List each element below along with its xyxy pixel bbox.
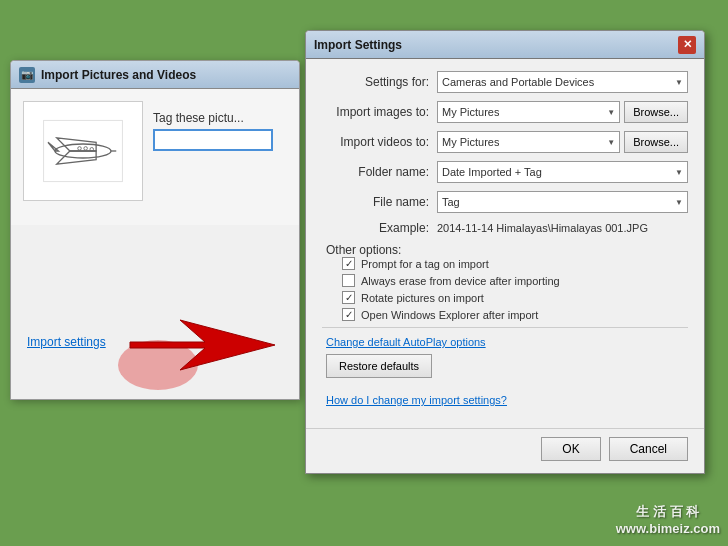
- checkbox-prompt[interactable]: ✓: [342, 257, 355, 270]
- import-videos-value: My Pictures: [442, 136, 499, 148]
- import-images-dropdown[interactable]: My Pictures ▼: [437, 101, 620, 123]
- checkbox-rotate[interactable]: ✓: [342, 291, 355, 304]
- close-button[interactable]: ✕: [678, 36, 696, 54]
- dialog-titlebar: Import Settings ✕: [306, 31, 704, 59]
- cancel-button[interactable]: Cancel: [609, 437, 688, 461]
- dialog-title: Import Settings: [314, 38, 402, 52]
- import-images-row: Import images to: My Pictures ▼ Browse..…: [322, 101, 688, 123]
- how-to-change-link[interactable]: How do I change my import settings?: [326, 394, 688, 406]
- plane-image: [38, 116, 128, 186]
- file-name-value: Tag: [442, 196, 460, 208]
- dialog-body: Settings for: Cameras and Portable Devic…: [306, 59, 704, 424]
- folder-name-arrow: ▼: [675, 168, 683, 177]
- red-arrow: [120, 310, 280, 380]
- import-images-value: My Pictures: [442, 106, 499, 118]
- settings-for-arrow: ▼: [675, 78, 683, 87]
- import-settings-dialog: Import Settings ✕ Settings for: Cameras …: [305, 30, 705, 474]
- folder-name-control: Date Imported + Tag ▼: [437, 161, 688, 183]
- folder-name-label: Folder name:: [322, 165, 437, 179]
- window-icon: 📷: [19, 67, 35, 83]
- thumbnail-area: [23, 101, 143, 201]
- browse-videos-button[interactable]: Browse...: [624, 131, 688, 153]
- bg-window-body: Tag these pictu... Import settings: [11, 89, 299, 225]
- tag-label: Tag these pictu...: [153, 111, 273, 125]
- checkbox-row-1: Always erase from device after importing: [342, 274, 688, 287]
- bg-window-titlebar: 📷 Import Pictures and Videos: [11, 61, 299, 89]
- watermark-line2: www.bimeiz.com: [616, 521, 720, 538]
- checkbox-row-3: ✓ Open Windows Explorer after import: [342, 308, 688, 321]
- file-name-label: File name:: [322, 195, 437, 209]
- file-name-row: File name: Tag ▼: [322, 191, 688, 213]
- checkbox-row-0: ✓ Prompt for a tag on import: [342, 257, 688, 270]
- svg-marker-9: [130, 320, 275, 370]
- settings-for-control: Cameras and Portable Devices ▼: [437, 71, 688, 93]
- tag-input[interactable]: [153, 129, 273, 151]
- import-images-arrow: ▼: [607, 108, 615, 117]
- checkbox-erase[interactable]: [342, 274, 355, 287]
- file-name-arrow: ▼: [675, 198, 683, 207]
- divider: [322, 327, 688, 328]
- checkbox-explorer[interactable]: ✓: [342, 308, 355, 321]
- restore-defaults-button[interactable]: Restore defaults: [326, 354, 432, 378]
- import-images-label: Import images to:: [322, 105, 437, 119]
- settings-for-value: Cameras and Portable Devices: [442, 76, 594, 88]
- checkbox-explorer-label: Open Windows Explorer after import: [361, 309, 538, 321]
- import-videos-label: Import videos to:: [322, 135, 437, 149]
- browse-images-button[interactable]: Browse...: [624, 101, 688, 123]
- watermark-line1: 生 活 百 科: [616, 504, 720, 521]
- example-row: Example: 2014-11-14 Himalayas\Himalayas …: [322, 221, 688, 235]
- dialog-footer: OK Cancel: [306, 428, 704, 473]
- example-value: 2014-11-14 Himalayas\Himalayas 001.JPG: [437, 222, 648, 234]
- settings-for-dropdown[interactable]: Cameras and Portable Devices ▼: [437, 71, 688, 93]
- import-videos-dropdown[interactable]: My Pictures ▼: [437, 131, 620, 153]
- checkbox-erase-label: Always erase from device after importing: [361, 275, 560, 287]
- bg-window-title: Import Pictures and Videos: [41, 68, 196, 82]
- change-autoplay-link[interactable]: Change default AutoPlay options: [326, 336, 688, 348]
- folder-name-dropdown[interactable]: Date Imported + Tag ▼: [437, 161, 688, 183]
- ok-button[interactable]: OK: [541, 437, 600, 461]
- import-settings-link[interactable]: Import settings: [27, 335, 106, 349]
- checkbox-rotate-label: Rotate pictures on import: [361, 292, 484, 304]
- settings-for-label: Settings for:: [322, 75, 437, 89]
- checkbox-row-2: ✓ Rotate pictures on import: [342, 291, 688, 304]
- watermark: 生 活 百 科 www.bimeiz.com: [616, 504, 720, 538]
- file-name-control: Tag ▼: [437, 191, 688, 213]
- other-options-section: Other options: ✓ Prompt for a tag on imp…: [322, 243, 688, 321]
- import-images-control: My Pictures ▼ Browse...: [437, 101, 688, 123]
- settings-for-row: Settings for: Cameras and Portable Devic…: [322, 71, 688, 93]
- folder-name-row: Folder name: Date Imported + Tag ▼: [322, 161, 688, 183]
- import-videos-control: My Pictures ▼ Browse...: [437, 131, 688, 153]
- import-videos-arrow: ▼: [607, 138, 615, 147]
- folder-name-value: Date Imported + Tag: [442, 166, 542, 178]
- import-videos-row: Import videos to: My Pictures ▼ Browse..…: [322, 131, 688, 153]
- other-options-label: Other options:: [326, 243, 401, 257]
- example-label: Example:: [322, 221, 437, 235]
- checkbox-prompt-label: Prompt for a tag on import: [361, 258, 489, 270]
- file-name-dropdown[interactable]: Tag ▼: [437, 191, 688, 213]
